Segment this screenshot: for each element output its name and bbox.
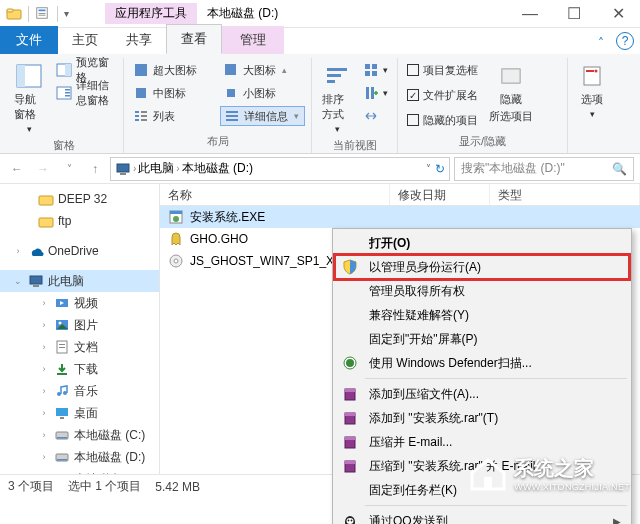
details-button[interactable]: 详细信息▾ (220, 106, 306, 126)
hide-selected-button[interactable]: 隐藏 所选项目 (485, 60, 537, 126)
ctx-defender-scan[interactable]: 使用 Windows Defender扫描... (335, 351, 629, 375)
documents-icon (54, 339, 70, 355)
ribbon-collapse-button[interactable]: ˄ (590, 32, 612, 54)
svg-point-40 (595, 70, 598, 73)
properties-icon[interactable] (35, 6, 51, 22)
up-button[interactable]: ↑ (84, 158, 106, 180)
svg-rect-17 (135, 115, 139, 117)
ctx-run-as-admin[interactable]: 以管理员身份运行(A) (335, 255, 629, 279)
ctx-pin-start[interactable]: 固定到"开始"屏幕(P) (335, 327, 629, 351)
pictures-icon (54, 317, 70, 333)
file-ext-toggle[interactable]: ✓文件扩展名 (404, 85, 481, 105)
add-columns-icon[interactable]: ▾ (360, 83, 391, 103)
ctx-email[interactable]: 压缩并 E-mail... (335, 430, 629, 454)
svg-rect-20 (141, 115, 147, 117)
tree-item[interactable]: ›本地磁盘 (E:) (0, 468, 159, 474)
chevron-right-icon[interactable]: › (133, 163, 136, 174)
tree-item-this-pc[interactable]: ⌄此电脑 (0, 270, 159, 292)
group-by-icon[interactable]: ▾ (360, 60, 391, 80)
maximize-button[interactable]: ☐ (552, 0, 596, 28)
options-button[interactable]: 选项 ▾ (574, 60, 610, 121)
tab-home[interactable]: 主页 (58, 26, 112, 54)
svg-point-90 (348, 520, 350, 522)
tree-item-onedrive[interactable]: ›OneDrive (0, 240, 159, 262)
svg-point-70 (174, 259, 178, 263)
m-icons-button[interactable]: 中图标 (130, 83, 216, 103)
close-button[interactable]: ✕ (596, 0, 640, 28)
tree-item[interactable]: ›本地磁盘 (C:) (0, 424, 159, 446)
ctx-open[interactable]: 打开(O) (335, 231, 629, 255)
music-icon (54, 383, 70, 399)
tab-view[interactable]: 查看 (166, 24, 222, 54)
rar-icon (339, 408, 361, 428)
sort-by-button[interactable]: 排序方式 ▾ (318, 60, 356, 136)
qat-dropdown-icon[interactable]: ▾ (64, 8, 69, 19)
size-columns-icon[interactable] (360, 106, 391, 126)
list-row[interactable]: 安装系统.EXE (160, 206, 640, 228)
tree-item[interactable]: DEEP 32 (0, 188, 159, 210)
svg-point-50 (59, 322, 62, 325)
chevron-right-icon[interactable]: › (176, 163, 179, 174)
tab-manage[interactable]: 管理 (222, 26, 284, 54)
refresh-button[interactable]: ↻ (435, 162, 445, 176)
rar-icon (339, 456, 361, 476)
tree-item[interactable]: ›本地磁盘 (D:) (0, 446, 159, 468)
ctx-add-rar[interactable]: 添加到 "安装系统.rar"(T) (335, 406, 629, 430)
ctx-admin-ownership[interactable]: 管理员取得所有权 (335, 279, 629, 303)
tree-item[interactable]: ›下载 (0, 358, 159, 380)
folder-icon (38, 191, 54, 207)
breadcrumb-pc[interactable]: 此电脑 (138, 160, 174, 177)
xl-icons-button[interactable]: 超大图标 (130, 60, 216, 80)
tab-share[interactable]: 共享 (112, 26, 166, 54)
tree-item[interactable]: ›音乐 (0, 380, 159, 402)
m-icons-icon (133, 85, 149, 101)
ribbon: 导航窗格 ▾ 预览窗格 详细信息窗格 窗格 超大图标 中图标 列表 (0, 54, 640, 154)
svg-rect-28 (327, 74, 341, 77)
svg-rect-4 (39, 13, 46, 14)
breadcrumb[interactable]: › 此电脑 › 本地磁盘 (D:) ˅ ↻ (110, 157, 450, 181)
tree-item[interactable]: ›图片 (0, 314, 159, 336)
watermark: 系统之家 WWW.XITONGZHIJIA.NET (468, 455, 630, 492)
breadcrumb-dropdown[interactable]: ˅ (422, 163, 435, 174)
tree-item[interactable]: ›文档 (0, 336, 159, 358)
svg-rect-18 (135, 119, 139, 121)
s-icons-icon (223, 85, 239, 101)
svg-rect-23 (227, 89, 235, 97)
list-header[interactable]: 名称 修改日期 类型 (160, 184, 640, 206)
svg-rect-12 (65, 92, 70, 94)
back-button[interactable]: ← (6, 158, 28, 180)
ctx-add-archive[interactable]: 添加到压缩文件(A)... (335, 382, 629, 406)
ctx-troubleshoot[interactable]: 兼容性疑难解答(Y) (335, 303, 629, 327)
chevron-down-icon: ▾ (27, 124, 32, 134)
detail-pane-button[interactable]: 详细信息窗格 (53, 83, 117, 103)
nav-pane-button[interactable]: 导航窗格 ▾ (10, 60, 49, 136)
ribbon-group-show-hide: 项目复选框 ✓文件扩展名 隐藏的项目 隐藏 所选项目 显示/隐藏 (398, 58, 568, 153)
options-icon (578, 62, 606, 90)
ctx-qq-send[interactable]: 通过QQ发送到▶ (335, 509, 629, 524)
forward-button[interactable]: → (32, 158, 54, 180)
search-input[interactable]: 搜索"本地磁盘 (D:)" 🔍 (454, 157, 634, 181)
preview-pane-button[interactable]: 预览窗格 (53, 60, 117, 80)
list-button[interactable]: 列表 (130, 106, 216, 126)
svg-rect-45 (30, 276, 42, 284)
detail-pane-icon (56, 85, 72, 101)
s-icons-button[interactable]: 小图标 (220, 83, 306, 103)
tab-file[interactable]: 文件 (0, 26, 58, 54)
l-icons-button[interactable]: 大图标▴ (220, 60, 306, 80)
column-type[interactable]: 类型 (490, 184, 640, 205)
column-name[interactable]: 名称 (160, 184, 390, 205)
tree-item[interactable]: ›桌面 (0, 402, 159, 424)
breadcrumb-drive[interactable]: 本地磁盘 (D:) (182, 160, 253, 177)
recent-dropdown[interactable]: ˅ (58, 158, 80, 180)
svg-rect-27 (327, 68, 347, 71)
navigation-tree[interactable]: DEEP 32 ftp ›OneDrive ⌄此电脑 ›视频 ›图片 ›文档 ›… (0, 184, 160, 474)
tree-item[interactable]: ftp (0, 210, 159, 232)
tree-item[interactable]: ›视频 (0, 292, 159, 314)
item-checkboxes-toggle[interactable]: 项目复选框 (404, 60, 481, 80)
svg-rect-53 (59, 344, 65, 345)
quick-access-toolbar: ▾ (0, 6, 75, 22)
column-date[interactable]: 修改日期 (390, 184, 490, 205)
ribbon-help-button[interactable]: ? (616, 32, 634, 50)
hidden-items-toggle[interactable]: 隐藏的项目 (404, 110, 481, 130)
minimize-button[interactable]: — (508, 0, 552, 28)
